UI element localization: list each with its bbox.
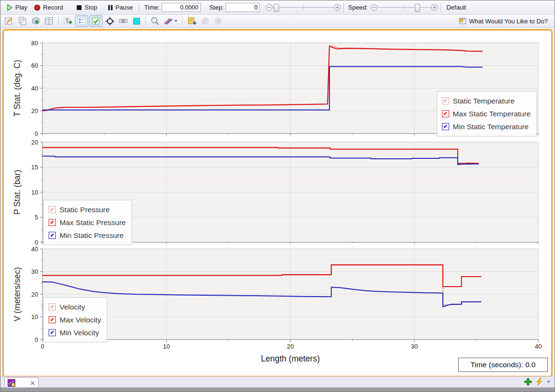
edit-disabled-button	[199, 16, 211, 26]
speed-slider[interactable]	[378, 3, 431, 12]
tab-bar: ✕	[0, 376, 555, 388]
chevron-down-icon	[174, 20, 178, 22]
y-tick-label: 20	[31, 107, 38, 114]
graph-toolbar: T	[0, 15, 555, 28]
legend-label: Min Static Temperature	[453, 123, 529, 131]
time-slider-midtick	[303, 5, 304, 10]
legend-item-min-velocity[interactable]: ✔Min Velocity	[49, 326, 101, 339]
copy-icon	[18, 17, 27, 25]
y-tick-label: 0	[35, 336, 38, 343]
legend-label: Static Pressure	[60, 206, 110, 214]
time-slider[interactable]	[273, 3, 334, 12]
mini-slider-button[interactable]	[117, 16, 129, 26]
chart-2: 010203040010203040	[31, 246, 542, 351]
legend-checkbox-icon[interactable]: ✔	[442, 110, 449, 117]
legend-checkbox-icon[interactable]: ✔	[442, 97, 449, 104]
pause-label: Pause	[115, 4, 133, 11]
color-swatch-button[interactable]	[130, 16, 143, 26]
export-icon	[31, 17, 41, 25]
legend-checkbox-icon[interactable]: ✔	[49, 316, 56, 323]
toggle-legend-button[interactable]	[75, 15, 88, 27]
record-button[interactable]: Record	[31, 3, 66, 12]
edit-graph-button[interactable]	[3, 16, 15, 26]
legend-checkbox-icon[interactable]: ✔	[442, 123, 449, 130]
toggle-checkboxes-button[interactable]	[89, 15, 103, 27]
play-label: Play	[15, 4, 27, 11]
y-tick-label: 30	[31, 268, 38, 275]
y-tick-label: 15	[31, 164, 38, 171]
time-readout: Time (seconds): 0.0	[458, 358, 548, 372]
crosshair-button[interactable]	[103, 16, 116, 26]
legend-list-icon	[78, 17, 86, 25]
add-graph-button[interactable]	[185, 16, 198, 26]
legend-item-max-static-pressure[interactable]: ✔Max Static Pressure	[49, 216, 126, 229]
play-icon	[7, 4, 13, 11]
y-tick-label: 40	[31, 85, 38, 92]
speed-slider-thumb[interactable]	[415, 4, 420, 12]
y-axis-title: V (meters/sec)	[12, 267, 22, 321]
add-graph-icon	[187, 17, 196, 25]
graph-tab-icon	[8, 379, 15, 387]
pause-button[interactable]: Pause	[104, 3, 136, 12]
record-icon	[34, 4, 41, 11]
legend-item-min-static-temperature[interactable]: ✔Min Static Temperature	[442, 120, 531, 133]
x-tick-label: 10	[163, 343, 170, 350]
separator	[441, 3, 441, 12]
separator	[145, 16, 146, 26]
download-disabled-icon	[214, 17, 223, 25]
edit-disabled-icon	[201, 17, 209, 25]
legend-label: Static Temperature	[453, 97, 515, 105]
y-axis-title: P Stat. (bar)	[12, 170, 22, 215]
legend-item-max-velocity[interactable]: ✔Max Velocity	[49, 313, 101, 326]
legend-checkbox-icon[interactable]: ✔	[49, 206, 56, 213]
y-tick-label: 5	[35, 214, 38, 221]
add-tab-icon[interactable]	[524, 378, 532, 386]
pause-icon	[108, 5, 113, 10]
legend-checkbox-icon[interactable]: ✔	[49, 303, 56, 310]
y-tick-label: 80	[31, 40, 38, 47]
playback-toolbar: Play Record Stop Pause Time: Step: Speed…	[0, 0, 555, 15]
time-slider-thumb[interactable]	[274, 4, 279, 12]
play-button[interactable]: Play	[3, 3, 31, 12]
y-axis-title: T Stat. (deg. C)	[12, 60, 22, 116]
tab-graph[interactable]: ✕	[4, 377, 39, 388]
tab-menu-chevron-icon[interactable]	[546, 381, 551, 383]
y-tick-label: 0	[35, 130, 38, 137]
speed-plus-button[interactable]	[431, 4, 438, 11]
legend-label: Max Static Pressure	[60, 218, 126, 227]
format-pencils-icon	[164, 17, 174, 25]
export-data-button[interactable]	[30, 16, 42, 26]
speed-label: Speed:	[348, 4, 368, 11]
legend-checkbox-icon[interactable]: ✔	[49, 232, 56, 239]
speed-minus-button[interactable]	[370, 4, 378, 11]
legend-item-max-static-temperature[interactable]: ✔Max Static Temperature	[442, 107, 531, 120]
show-data-table-button[interactable]	[43, 16, 55, 26]
quick-access-lightning-icon[interactable]	[536, 378, 543, 386]
time-input[interactable]	[162, 3, 201, 12]
time-plus-button[interactable]	[334, 4, 341, 11]
download-disabled-button	[212, 16, 225, 26]
help-link[interactable]: What Would You Like to Do?	[458, 17, 553, 25]
step-input[interactable]	[226, 3, 260, 12]
x-tick-label: 0	[41, 343, 44, 350]
legend-item-static-pressure[interactable]: ✔Static Pressure	[49, 203, 126, 216]
legend-item-static-temperature[interactable]: ✔Static Temperature	[442, 94, 531, 107]
format-series-button[interactable]	[162, 16, 179, 26]
separator	[139, 3, 139, 12]
separator	[182, 16, 183, 26]
copy-graph-button[interactable]	[16, 16, 29, 26]
add-text-button[interactable]: T	[62, 16, 74, 26]
legend-checkbox-icon[interactable]: ✔	[49, 329, 56, 336]
color-swatch-icon	[133, 18, 140, 25]
zoom-button[interactable]	[149, 16, 161, 26]
legend-checkbox-icon[interactable]: ✔	[49, 219, 56, 226]
time-label: Time:	[144, 4, 160, 11]
time-minus-button[interactable]	[266, 4, 273, 11]
stop-label: Stop	[84, 4, 97, 11]
legend-item-velocity[interactable]: ✔Velocity	[49, 300, 101, 313]
help-sparkle-icon	[458, 17, 466, 25]
stop-button[interactable]: Stop	[73, 3, 101, 12]
legend-item-min-static-pressure[interactable]: ✔Min Static Pressure	[49, 229, 126, 242]
checked-checkbox-icon	[92, 17, 100, 25]
close-tab-icon[interactable]: ✕	[30, 380, 35, 386]
